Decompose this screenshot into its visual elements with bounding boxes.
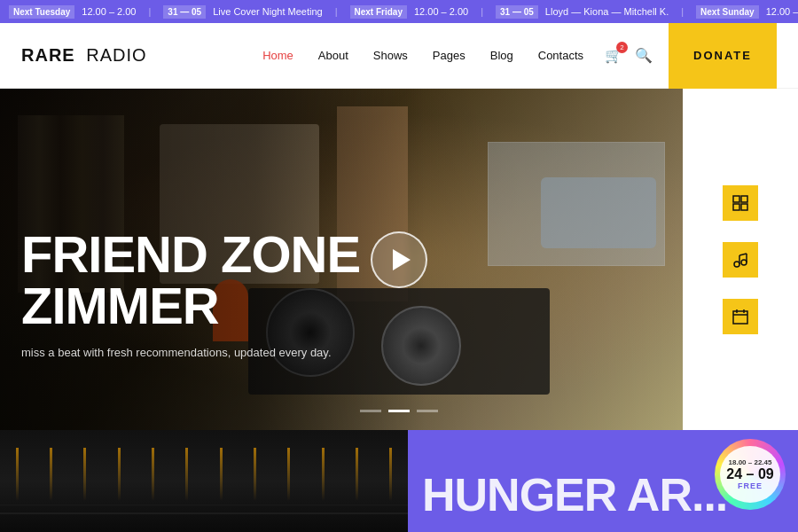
light-5: [152, 448, 154, 501]
ticker-item-5: Next Sunday 12.00 – 2.00: [687, 5, 798, 19]
light-11: [356, 448, 358, 501]
right-panel: [683, 89, 798, 430]
ticker-sep-3: |: [481, 6, 483, 17]
ticker-sep-4: |: [681, 6, 684, 17]
hero-dots: [360, 410, 438, 412]
nav-home[interactable]: Home: [262, 49, 293, 62]
svg-point-4: [734, 262, 739, 267]
nav-contacts[interactable]: Contacts: [538, 49, 583, 62]
nav-icons: 🛒 2 🔍: [605, 47, 653, 64]
ticker-sep-1: |: [148, 6, 151, 17]
ticker-date-1: Next Tuesday: [9, 5, 74, 19]
side-calendar-icon[interactable]: [723, 299, 758, 334]
svg-rect-1: [741, 196, 747, 202]
side-grid-icon[interactable]: [723, 185, 758, 221]
logo-part2: RADIO: [86, 45, 146, 65]
svg-rect-3: [741, 204, 747, 210]
light-12: [389, 448, 392, 501]
play-button[interactable]: [371, 231, 427, 288]
badge-time: 18.00 – 22.45: [729, 458, 772, 466]
hero-description: miss a beat with fresh recommendations, …: [21, 346, 332, 359]
dot-3[interactable]: [417, 410, 438, 412]
hunger-title: HUNGER AR...: [422, 472, 727, 518]
light-2: [50, 448, 52, 501]
side-music-icon[interactable]: [723, 242, 758, 278]
ticker-date-3: Next Friday: [350, 5, 407, 19]
light-4: [118, 448, 121, 501]
ticker-label-2: Live Cover Night Meeting: [213, 6, 323, 17]
svg-point-5: [741, 260, 747, 265]
light-6: [185, 448, 188, 501]
navbar: RARE RADIO Home About Shows Pages Blog C…: [0, 23, 798, 89]
ticker-item-2: 31 — 05 Live Cover Night Meeting: [154, 5, 331, 19]
svg-rect-2: [733, 204, 739, 210]
ticker-item-1: Next Tuesday 12.00 – 2.00: [0, 5, 145, 19]
light-1: [16, 448, 19, 501]
ticker-date-2: 31 — 05: [163, 5, 206, 19]
light-row: [0, 448, 408, 501]
nav-about[interactable]: About: [318, 49, 348, 62]
badge-inner: 18.00 – 22.45 24 – 09 FREE: [720, 446, 780, 503]
logo-part1: RARE: [21, 45, 75, 65]
event-badge[interactable]: 18.00 – 22.45 24 – 09 FREE: [715, 439, 786, 510]
light-8: [254, 448, 256, 501]
ticker-time-3: 12.00 – 2.00: [414, 6, 468, 17]
hero-section: FRIEND ZONE ZIMMER miss a beat with fres…: [0, 89, 798, 430]
ticker-date-4: 31 — 05: [496, 5, 538, 19]
nav-pages[interactable]: Pages: [433, 49, 466, 62]
dot-1[interactable]: [360, 410, 381, 412]
light-7: [220, 448, 223, 501]
bottom-right-section: HUNGER AR... 18.00 – 22.45 24 – 09 FREE: [408, 430, 798, 532]
light-10: [322, 448, 325, 501]
ticker-time-1: 12.00 – 2.00: [82, 6, 136, 17]
hero-text: FRIEND ZONE ZIMMER miss a beat with fres…: [0, 229, 381, 359]
svg-rect-0: [733, 196, 739, 202]
ticker-sep-2: |: [335, 6, 338, 17]
hero-title-line1: FRIEND ZONE: [21, 229, 360, 280]
dot-2[interactable]: [388, 410, 410, 412]
badge-date: 24 – 09: [726, 466, 773, 482]
ticker-item-3: Next Friday 12.00 – 2.00: [341, 5, 478, 19]
subway-image: [0, 430, 408, 532]
light-3: [83, 448, 86, 501]
search-icon[interactable]: 🔍: [635, 47, 653, 64]
ticker-time-5: 12.00 – 2.00: [766, 6, 798, 17]
badge-free: FREE: [738, 481, 763, 490]
bottom-left-image: [0, 430, 408, 532]
site-logo[interactable]: RARE RADIO: [21, 45, 147, 66]
nav-shows[interactable]: Shows: [373, 49, 408, 62]
nav-links: Home About Shows Pages Blog Contacts: [262, 49, 583, 62]
cart-badge: 2: [616, 42, 628, 53]
ticker-date-5: Next Sunday: [696, 5, 759, 19]
nav-blog[interactable]: Blog: [490, 49, 513, 62]
svg-line-8: [739, 254, 747, 255]
bottom-section: HUNGER AR... 18.00 – 22.45 24 – 09 FREE: [0, 430, 798, 532]
ticker-bar: Next Tuesday 12.00 – 2.00 | 31 — 05 Live…: [0, 0, 798, 23]
donate-button[interactable]: DONATE: [669, 23, 777, 89]
cart-icon[interactable]: 🛒 2: [605, 47, 622, 64]
ticker-item-4: 31 — 05 Lloyd — Kiona — Mitchell K.: [487, 5, 677, 19]
svg-rect-9: [733, 311, 747, 324]
hero-title-line2: ZIMMER: [21, 280, 360, 332]
light-9: [287, 448, 290, 501]
ticker-label-4: Lloyd — Kiona — Mitchell K.: [545, 6, 669, 17]
